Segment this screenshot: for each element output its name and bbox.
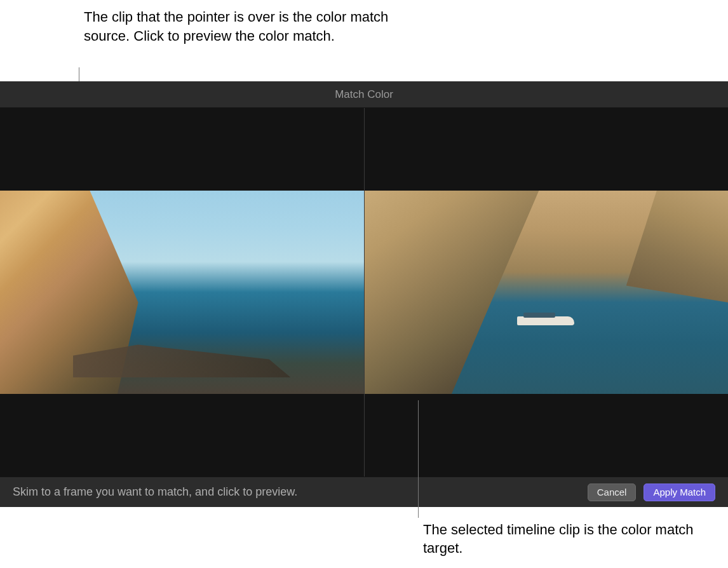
bottom-toolbar: Skim to a frame you want to match, and c… <box>0 477 728 507</box>
annotation-bottom-leader-line <box>418 400 419 518</box>
apply-match-button[interactable]: Apply Match <box>644 483 715 501</box>
target-preview-pane <box>365 108 729 477</box>
window-title-bar: Match Color <box>0 81 728 108</box>
target-clip-thumbnail <box>365 191 729 394</box>
source-clip-thumbnail <box>0 191 364 394</box>
match-color-window: Match Color Skim to a frame you want to … <box>0 81 728 507</box>
annotation-top-text: The clip that the pointer is over is the… <box>84 8 401 45</box>
thumbnail-detail <box>517 316 574 325</box>
source-preview-pane[interactable] <box>0 108 365 477</box>
preview-area <box>0 108 728 477</box>
annotation-bottom-text: The selected timeline clip is the color … <box>423 520 728 558</box>
cancel-button[interactable]: Cancel <box>588 483 637 501</box>
instruction-text: Skim to a frame you want to match, and c… <box>13 485 580 499</box>
window-title: Match Color <box>335 88 393 101</box>
